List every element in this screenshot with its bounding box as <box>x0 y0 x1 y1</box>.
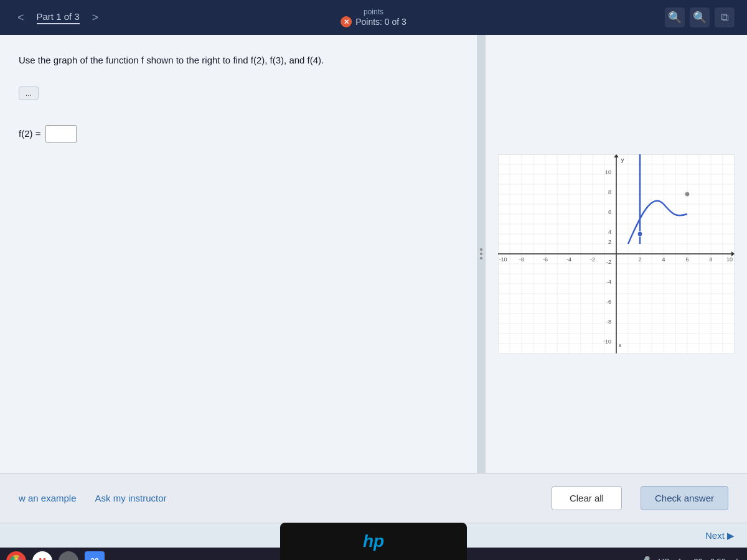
clear-all-button[interactable]: Clear all <box>552 486 622 510</box>
taskbar-time: 6:58 <box>710 557 726 561</box>
taskbar-divider-icon: — <box>622 556 631 560</box>
svg-text:-4: -4 <box>566 256 571 263</box>
svg-text:-8: -8 <box>606 319 611 325</box>
top-bar-right: 🔍 🔍 ⧉ <box>665 7 735 27</box>
taskbar-date: Aug 29 <box>677 557 702 561</box>
taskbar-locale: US <box>658 557 669 561</box>
calendar-icon[interactable]: 29 <box>85 551 105 560</box>
drag-dot-2 <box>480 253 482 255</box>
drag-dot-1 <box>480 248 482 251</box>
f2-input[interactable] <box>45 125 77 142</box>
check-answer-button[interactable]: Check answer <box>641 486 728 510</box>
svg-text:2: 2 <box>638 256 641 263</box>
svg-text:y: y <box>621 157 624 163</box>
svg-point-66 <box>637 231 642 236</box>
top-bar: < Part 1 of 3 > points ✕ Points: 0 of 3 … <box>0 0 747 35</box>
graph-container: x y -2 -4 -6 -8 -10 2 4 6 8 10 4 6 8 <box>498 154 735 353</box>
x-icon: ✕ <box>341 16 352 27</box>
svg-text:-2: -2 <box>590 256 595 263</box>
show-example-link[interactable]: w an example <box>19 493 77 503</box>
svg-text:2: 2 <box>608 239 611 245</box>
svg-text:4: 4 <box>608 229 611 235</box>
svg-text:-10: -10 <box>603 338 611 345</box>
right-panel: x y -2 -4 -6 -8 -10 2 4 6 8 10 4 6 8 <box>486 35 747 473</box>
graph-svg: x y -2 -4 -6 -8 -10 2 4 6 8 10 4 6 8 <box>498 154 735 353</box>
svg-text:-6: -6 <box>606 299 611 305</box>
points-header: points <box>364 7 383 16</box>
drag-dot-3 <box>480 257 482 259</box>
external-link-icon[interactable]: ⧉ <box>715 7 735 27</box>
ask-instructor-link[interactable]: Ask my instructor <box>95 493 167 503</box>
nav-next-button[interactable]: > <box>87 9 104 27</box>
svg-text:-10: -10 <box>499 256 507 263</box>
zoom-icon[interactable]: 🔍 <box>690 7 710 27</box>
svg-point-67 <box>685 192 689 196</box>
files-icon[interactable]: ≡ <box>59 551 78 560</box>
svg-text:x: x <box>619 342 622 348</box>
svg-text:4: 4 <box>662 256 665 263</box>
main-content: Use the graph of the function f shown to… <box>0 35 747 473</box>
top-bar-left: < Part 1 of 3 > <box>12 9 103 27</box>
part-label: Part 1 of 3 <box>37 11 80 24</box>
svg-text:-2: -2 <box>606 259 611 265</box>
svg-text:-8: -8 <box>519 256 524 263</box>
left-panel: Use the graph of the function f shown to… <box>0 35 477 473</box>
taskbar-warning-icon[interactable]: ⚠ <box>733 557 741 561</box>
more-options-button[interactable]: ... <box>19 86 39 100</box>
taskbar-mic-icon[interactable]: 🎤 <box>638 556 651 561</box>
svg-text:6: 6 <box>608 209 611 215</box>
gmail-icon[interactable]: M <box>32 551 52 560</box>
bottom-bar: w an example Ask my instructor Clear all… <box>0 473 747 523</box>
hp-logo: hp <box>363 531 384 551</box>
f2-label: f(2) = <box>19 128 40 139</box>
svg-text:-6: -6 <box>543 256 548 263</box>
hp-logo-area: hp <box>280 523 467 560</box>
answer-row-f2: f(2) = <box>19 125 458 142</box>
points-display: points ✕ Points: 0 of 3 <box>341 7 406 27</box>
taskbar-right: — 🎤 US Aug 29 6:58 ⚠ <box>622 556 741 561</box>
drag-handle[interactable] <box>477 35 486 473</box>
svg-text:6: 6 <box>685 256 688 263</box>
svg-text:8: 8 <box>709 256 712 263</box>
next-button[interactable]: Next ▶ <box>705 530 735 541</box>
svg-text:-4: -4 <box>606 279 611 285</box>
points-value: ✕ Points: 0 of 3 <box>341 16 406 27</box>
svg-text:10: 10 <box>605 169 611 175</box>
chrome-icon[interactable] <box>6 551 26 560</box>
svg-text:10: 10 <box>726 256 733 263</box>
question-text: Use the graph of the function f shown to… <box>19 54 458 68</box>
svg-text:8: 8 <box>608 189 611 195</box>
nav-prev-button[interactable]: < <box>12 9 29 27</box>
search-icon[interactable]: 🔍 <box>665 7 685 27</box>
